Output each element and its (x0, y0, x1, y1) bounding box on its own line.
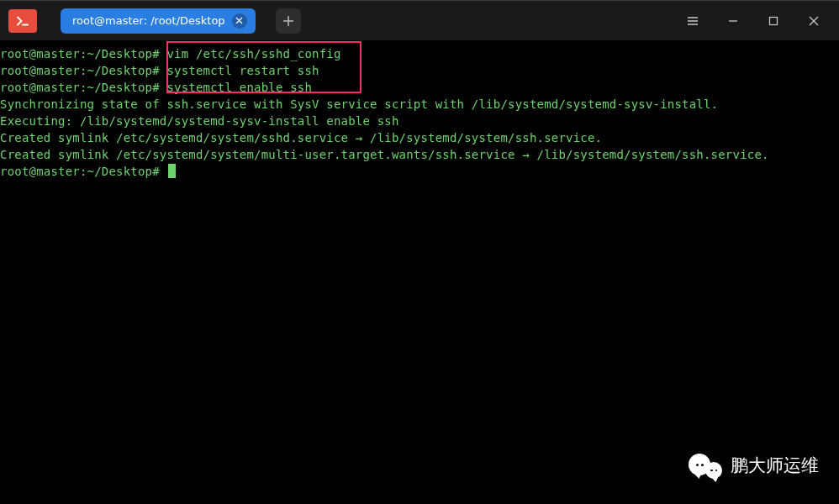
terminal-line: root@master:~/Desktop# systemctl enable … (0, 79, 839, 96)
new-tab-button[interactable] (276, 8, 301, 34)
svg-rect-0 (770, 17, 778, 24)
shell-prompt: root@master:~/Desktop# (0, 81, 166, 94)
terminal-line: root@master:~/Desktop# (0, 163, 839, 180)
wechat-icon (689, 450, 722, 480)
shell-command: vim /etc/ssh/sshd_config (166, 47, 340, 60)
watermark-text: 鹏大师运维 (731, 454, 819, 477)
shell-command: systemctl enable ssh (166, 81, 312, 94)
cursor (168, 164, 176, 178)
tab-title: root@master: /root/Desktop (72, 14, 225, 27)
terminal-line: root@master:~/Desktop# systemctl restart… (0, 62, 839, 79)
maximize-button[interactable] (753, 1, 794, 41)
terminal-output[interactable]: root@master:~/Desktop# vim /etc/ssh/sshd… (0, 40, 839, 180)
shell-prompt: root@master:~/Desktop# (0, 165, 166, 178)
terminal-line: root@master:~/Desktop# vim /etc/ssh/sshd… (0, 45, 839, 62)
hamburger-menu-icon[interactable] (673, 1, 713, 41)
tab-active[interactable]: root@master: /root/Desktop (61, 8, 256, 34)
shell-command: systemctl restart ssh (166, 64, 319, 77)
watermark: 鹏大师运维 (689, 450, 819, 480)
shell-output: Executing: /lib/systemd/systemd-sysv-ins… (0, 114, 399, 128)
shell-output: Synchronizing state of ssh.service with … (0, 97, 718, 111)
terminal-line: Created symlink /etc/systemd/system/sshd… (0, 129, 839, 146)
titlebar: root@master: /root/Desktop (0, 0, 839, 40)
shell-output: Created symlink /etc/systemd/system/sshd… (0, 131, 602, 144)
terminal-app-icon (8, 9, 37, 33)
shell-prompt: root@master:~/Desktop# (0, 64, 166, 77)
tab-close-icon[interactable] (232, 13, 247, 29)
shell-output: Created symlink /etc/systemd/system/mult… (0, 148, 769, 161)
shell-prompt: root@master:~/Desktop# (0, 47, 166, 60)
minimize-button[interactable] (713, 1, 753, 41)
window-controls (673, 1, 834, 41)
terminal-line: Executing: /lib/systemd/systemd-sysv-ins… (0, 113, 839, 129)
terminal-line: Synchronizing state of ssh.service with … (0, 96, 839, 113)
close-button[interactable] (794, 1, 834, 41)
terminal-line: Created symlink /etc/systemd/system/mult… (0, 146, 839, 163)
